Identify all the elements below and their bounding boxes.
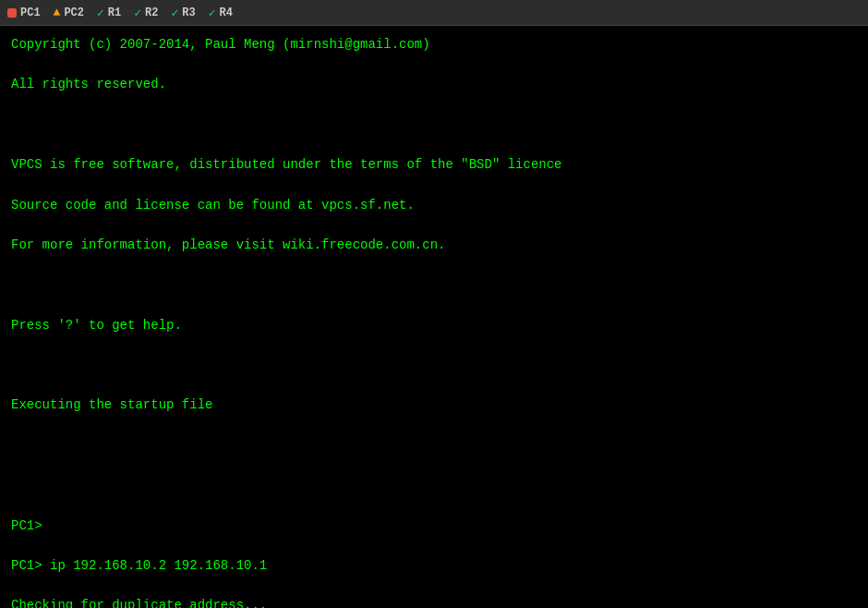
terminal-line: Source code and license can be found at … [11,196,857,216]
toolbar-item-r3[interactable]: ✓R3 [172,6,196,20]
toolbar-item-label: R4 [220,6,233,19]
toolbar-item-pc1[interactable]: PC1 [7,6,41,19]
check-icon: ✓ [97,6,104,20]
check-icon: ✓ [134,6,141,20]
toolbar-item-label: PC2 [64,6,84,19]
toolbar-item-label: R1 [108,6,121,19]
toolbar-item-label: PC1 [20,6,41,19]
terminal-line [11,116,857,136]
toolbar-item-label: R2 [145,6,158,19]
terminal-line: For more information, please visit wiki.… [11,236,857,256]
toolbar-item-label: R3 [182,6,195,19]
terminal-line [11,476,857,496]
terminal-line: Press '?' to get help. [11,316,857,336]
toolbar-item-r4[interactable]: ✓R4 [209,6,233,20]
red-square-icon [7,8,17,18]
terminal-line: PC1> [11,517,857,537]
check-icon: ✓ [172,6,179,20]
terminal-line [11,275,857,296]
terminal-line: Checking for duplicate address... [11,596,857,608]
toolbar-item-pc2[interactable]: ▲PC2 [54,6,84,19]
toolbar-item-r2[interactable]: ✓R2 [134,6,158,20]
terminal-line: PC1> ip 192.168.10.2 192.168.10.1 [11,556,857,577]
terminal-line [11,436,857,456]
terminal[interactable]: Copyright (c) 2007-2014, Paul Meng (mirn… [0,26,868,608]
toolbar-item-r1[interactable]: ✓R1 [97,6,121,20]
terminal-line: All rights reserved. [11,75,857,95]
terminal-line: Copyright (c) 2007-2014, Paul Meng (mirn… [11,35,857,55]
warning-icon: ▲ [54,6,61,19]
terminal-line [11,356,857,376]
terminal-line: VPCS is free software, distributed under… [11,155,857,176]
terminal-line: Executing the startup file [11,395,857,416]
toolbar: PC1▲PC2✓R1✓R2✓R3✓R4 [0,0,868,26]
check-icon: ✓ [209,6,216,20]
